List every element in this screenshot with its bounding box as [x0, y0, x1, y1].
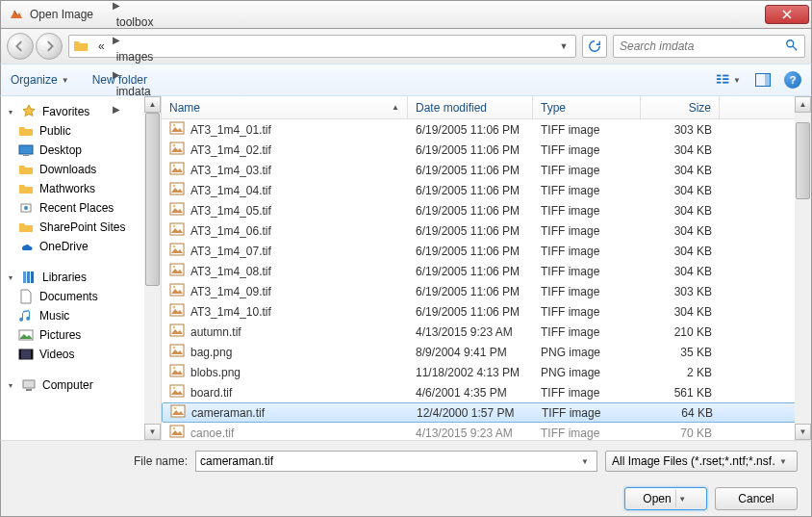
file-size: 304 KB — [641, 184, 720, 197]
scrollbar-thumb[interactable] — [796, 122, 810, 199]
new-folder-button[interactable]: New folder — [92, 73, 147, 87]
file-type: TIFF image — [533, 143, 641, 157]
file-row[interactable]: AT3_1m4_06.tif6/19/2005 11:06 PMTIFF ima… — [162, 220, 811, 241]
preview-pane-button[interactable] — [749, 69, 776, 90]
chevron-right-icon[interactable]: ▶ — [111, 35, 122, 45]
folder-icon — [73, 39, 89, 54]
image-file-icon — [169, 282, 185, 300]
svg-point-41 — [173, 306, 176, 309]
search-box[interactable] — [613, 35, 805, 58]
breadcrumb-item[interactable]: toolbox — [111, 12, 160, 33]
sidebar-item-pictures[interactable]: Pictures — [1, 325, 145, 345]
chevron-down-icon[interactable]: ▼ — [577, 457, 593, 466]
sidebar-item-videos[interactable]: Videos — [1, 345, 145, 364]
image-file-icon — [169, 161, 185, 179]
filelist-scrollbar[interactable]: ▲ ▼ — [795, 96, 811, 440]
cancel-button[interactable]: Cancel — [715, 487, 798, 510]
breadcrumb-prefix[interactable]: « — [92, 36, 111, 57]
sidebar-item-mathworks[interactable]: Mathworks — [1, 179, 145, 198]
svg-rect-32 — [170, 223, 184, 235]
sidebar-libraries[interactable]: ▾Libraries — [1, 268, 145, 287]
svg-rect-22 — [170, 122, 184, 134]
scroll-up-icon[interactable]: ▲ — [144, 96, 161, 113]
svg-rect-42 — [170, 324, 184, 336]
filename-input[interactable] — [200, 454, 577, 468]
file-row[interactable]: AT3_1m4_02.tif6/19/2005 11:06 PMTIFF ima… — [162, 140, 811, 160]
breadcrumb[interactable]: « matlab▶toolbox▶images▶imdata▶ ▼ — [68, 35, 576, 58]
column-date[interactable]: Date modified — [408, 96, 533, 118]
file-size: 304 KB — [641, 245, 720, 258]
sidebar-scrollbar[interactable]: ▲ ▼ — [144, 96, 161, 440]
scroll-down-icon[interactable]: ▼ — [795, 424, 811, 440]
filetype-filter[interactable]: All Image Files (*.rset;*.ntf;*.nsf… ▼ — [605, 451, 798, 472]
sidebar-item-documents[interactable]: Documents — [1, 287, 145, 306]
sidebar-item-recent-places[interactable]: Recent Places — [1, 198, 145, 218]
svg-rect-3 — [717, 82, 721, 84]
open-button[interactable]: Open▼ — [624, 487, 707, 510]
refresh-button[interactable] — [582, 35, 607, 58]
filename-label: File name: — [14, 454, 188, 468]
file-row[interactable]: AT3_1m4_08.tif6/19/2005 11:06 PMTIFF ima… — [162, 261, 811, 281]
svg-point-35 — [173, 246, 176, 248]
file-row[interactable]: bag.png8/9/2004 9:41 PMPNG image35 KB — [162, 342, 811, 362]
file-name: blobs.png — [190, 366, 241, 379]
svg-rect-9 — [19, 145, 33, 154]
file-type: TIFF image — [533, 123, 641, 137]
breadcrumb-dropdown[interactable]: ▼ — [556, 41, 571, 51]
file-row[interactable]: blobs.png11/18/2002 4:13 PMPNG image2 KB — [162, 362, 811, 382]
breadcrumb-item[interactable]: images — [111, 46, 160, 67]
file-row[interactable]: AT3_1m4_04.tif6/19/2005 11:06 PMTIFF ima… — [162, 180, 811, 200]
sidebar-item-sharepoint-sites[interactable]: SharePoint Sites — [1, 218, 145, 237]
filename-combo[interactable]: ▼ — [195, 451, 597, 472]
sidebar-item-onedrive[interactable]: OneDrive — [1, 237, 145, 256]
sidebar-computer[interactable]: ▾Computer — [1, 375, 145, 395]
column-name[interactable]: Name▲ — [162, 96, 408, 118]
sidebar-libraries-icon — [21, 270, 37, 285]
svg-rect-17 — [19, 349, 33, 359]
column-size[interactable]: Size — [641, 96, 720, 118]
file-type: PNG image — [533, 366, 641, 379]
column-type[interactable]: Type — [533, 96, 641, 118]
search-input[interactable] — [620, 39, 785, 53]
scroll-up-icon[interactable]: ▲ — [795, 96, 811, 113]
close-button[interactable] — [765, 5, 809, 24]
file-date: 6/19/2005 11:06 PM — [408, 285, 533, 298]
image-file-icon — [169, 343, 185, 361]
sidebar-favorites[interactable]: ▾Favorites — [1, 102, 145, 121]
file-row[interactable]: autumn.tif4/13/2015 9:23 AMTIFF image210… — [162, 322, 811, 342]
organize-menu[interactable]: Organize ▼ — [11, 73, 69, 87]
collapse-icon[interactable]: ▾ — [5, 107, 15, 117]
svg-rect-38 — [170, 284, 184, 296]
file-row[interactable]: cameraman.tif12/4/2000 1:57 PMTIFF image… — [162, 402, 811, 423]
file-row[interactable]: board.tif4/6/2001 4:35 PMTIFF image561 K… — [162, 382, 811, 402]
back-button[interactable] — [7, 33, 34, 60]
file-row[interactable]: canoe.tif4/13/2015 9:23 AMTIFF image70 K… — [162, 423, 811, 440]
file-row[interactable]: AT3_1m4_05.tif6/19/2005 11:06 PMTIFF ima… — [162, 200, 811, 220]
file-name: autumn.tif — [190, 325, 241, 339]
sidebar-item-public[interactable]: Public — [1, 121, 145, 141]
footer: File name: ▼ All Image Files (*.rset;*.n… — [0, 440, 812, 517]
forward-button[interactable] — [36, 33, 63, 60]
sidebar-item-public-icon — [18, 123, 34, 139]
collapse-icon[interactable]: ▾ — [5, 272, 15, 283]
chevron-right-icon[interactable]: ▶ — [111, 0, 122, 11]
search-icon[interactable] — [785, 39, 799, 55]
file-date: 6/19/2005 11:06 PM — [408, 123, 533, 137]
file-row[interactable]: AT3_1m4_01.tif6/19/2005 11:06 PMTIFF ima… — [162, 119, 811, 140]
file-size: 304 KB — [641, 224, 720, 238]
file-row[interactable]: AT3_1m4_09.tif6/19/2005 11:06 PMTIFF ima… — [162, 281, 811, 301]
file-row[interactable]: AT3_1m4_03.tif6/19/2005 11:06 PMTIFF ima… — [162, 160, 811, 180]
sidebar-item-downloads[interactable]: Downloads — [1, 160, 145, 179]
file-row[interactable]: AT3_1m4_10.tif6/19/2005 11:06 PMTIFF ima… — [162, 301, 811, 322]
svg-point-45 — [173, 347, 176, 349]
help-button[interactable]: ? — [784, 71, 801, 89]
sidebar-item-desktop[interactable]: Desktop — [1, 141, 145, 160]
scrollbar-thumb[interactable] — [145, 113, 160, 286]
file-row[interactable]: AT3_1m4_07.tif6/19/2005 11:06 PMTIFF ima… — [162, 241, 811, 261]
file-date: 4/6/2001 4:35 PM — [408, 386, 533, 400]
sidebar-item-music[interactable]: Music — [1, 306, 145, 325]
scroll-down-icon[interactable]: ▼ — [144, 424, 161, 440]
view-options-button[interactable]: ▼ — [715, 69, 742, 90]
collapse-icon[interactable]: ▾ — [5, 380, 15, 391]
chevron-down-icon[interactable]: ▼ — [675, 490, 689, 507]
